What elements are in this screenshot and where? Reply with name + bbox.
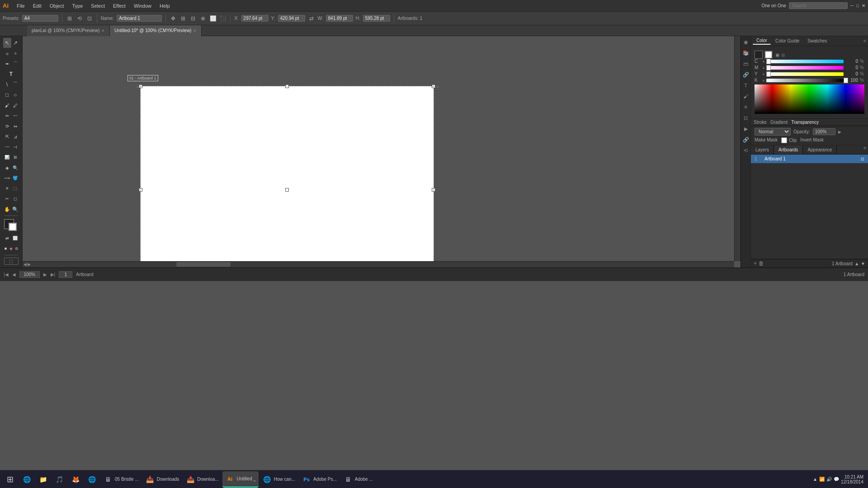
tab-plan-close[interactable]: ✕ bbox=[101, 28, 105, 33]
properties-icon[interactable]: ◉ bbox=[742, 38, 750, 46]
tab-untitled[interactable]: Untitled-10* @ 100% (CMYK/Preview) ✕ bbox=[110, 25, 202, 36]
move-icon[interactable]: ✥ bbox=[170, 15, 177, 22]
artboards-list[interactable]: 1 Artboard 1 ⊡ bbox=[751, 155, 868, 259]
minimize-button[interactable]: ─ bbox=[850, 3, 854, 8]
slice-tool[interactable]: ✂ bbox=[3, 194, 11, 204]
blend-tool[interactable]: ⟿ bbox=[3, 173, 11, 183]
ellipse-tool[interactable]: ○ bbox=[11, 90, 19, 100]
action-icon[interactable]: ▶ bbox=[742, 125, 750, 133]
eyedropper-tool[interactable]: 🔍 bbox=[11, 163, 19, 173]
taskbar-ie[interactable]: 🌐 bbox=[19, 471, 34, 488]
k-thumb[interactable] bbox=[844, 78, 848, 83]
draw-mode[interactable]: ⬚ bbox=[4, 258, 19, 265]
artboard-tool[interactable]: ⬚ bbox=[11, 183, 19, 193]
grid-icon[interactable]: ⊞ bbox=[179, 15, 187, 22]
menu-select[interactable]: Select bbox=[87, 2, 108, 9]
artboard-target-icon[interactable]: ⊡ bbox=[861, 157, 864, 161]
up-arrow-btn[interactable]: ▲ bbox=[854, 261, 859, 266]
c-slider[interactable] bbox=[766, 60, 844, 63]
symbol-sprayer[interactable]: ✳ bbox=[3, 183, 11, 193]
link-icon[interactable]: ⇄ bbox=[308, 15, 315, 22]
shear-tool[interactable]: ⊿ bbox=[11, 131, 19, 141]
align-icon[interactable]: ⊞ bbox=[66, 15, 73, 22]
taskbar-firefox[interactable]: 🦊 bbox=[68, 471, 83, 488]
close-button[interactable]: ✕ bbox=[862, 3, 865, 8]
type-tool[interactable]: T bbox=[3, 69, 19, 79]
taskbar-downloads[interactable]: 📥 Downloads bbox=[142, 471, 182, 488]
next-page-btn[interactable]: ▶ bbox=[43, 272, 47, 277]
stroke-color-swatch[interactable] bbox=[764, 51, 773, 59]
menu-object[interactable]: Object bbox=[46, 2, 68, 9]
artboard-item-1[interactable]: 1 Artboard 1 ⊡ bbox=[751, 155, 868, 163]
tab-color[interactable]: Color bbox=[753, 37, 771, 45]
type-icon[interactable]: T bbox=[742, 81, 750, 89]
w-input[interactable] bbox=[326, 15, 353, 22]
link2-icon[interactable]: 🔗 bbox=[742, 136, 750, 144]
preset-dropdown[interactable] bbox=[22, 15, 58, 22]
menu-window[interactable]: Window bbox=[130, 2, 155, 9]
grad-fill[interactable]: ◈ bbox=[9, 244, 14, 253]
nav-arrow-right[interactable]: ▶ bbox=[28, 262, 31, 267]
delete-artboard-btn[interactable]: 🗑 bbox=[759, 260, 764, 267]
tab-untitled-close[interactable]: ✕ bbox=[193, 28, 197, 33]
vertical-scrollbar[interactable] bbox=[734, 36, 741, 261]
libraries-icon[interactable]: 📚 bbox=[742, 49, 750, 57]
menu-help[interactable]: Help bbox=[156, 2, 174, 9]
width-tool[interactable]: ⊣ bbox=[11, 142, 19, 152]
assets-icon[interactable]: 🗃 bbox=[742, 60, 750, 68]
tab-plan[interactable]: planLai @ 100% (CMYK/Preview) ✕ bbox=[27, 25, 110, 36]
x-input[interactable] bbox=[241, 15, 269, 22]
m-slider[interactable] bbox=[766, 66, 844, 70]
brush-icon[interactable]: 🖌 bbox=[742, 92, 750, 100]
y-thumb[interactable] bbox=[766, 71, 771, 77]
menu-type[interactable]: Type bbox=[69, 2, 87, 9]
taskbar-media[interactable]: 🎵 bbox=[52, 471, 67, 488]
k-slider[interactable] bbox=[766, 79, 844, 82]
transparency-tab[interactable]: Transparency bbox=[791, 120, 819, 125]
taskbar-photoshop[interactable]: Ps Adobe Ps... bbox=[299, 471, 340, 488]
layers-tab[interactable]: Layers bbox=[751, 145, 774, 154]
reflect-tool[interactable]: ⇔ bbox=[11, 121, 19, 131]
taskbar-chrome[interactable]: 🌐 bbox=[84, 471, 99, 488]
opacity-input[interactable] bbox=[813, 128, 835, 135]
expand-icon[interactable]: ⊡ bbox=[86, 15, 93, 22]
stroke-swatch[interactable] bbox=[9, 223, 17, 231]
first-page-btn[interactable]: |◀ bbox=[4, 272, 9, 277]
curvature-tool[interactable]: ⌒ bbox=[11, 59, 19, 69]
y-slider[interactable] bbox=[766, 72, 844, 76]
pen-tool[interactable]: ✒ bbox=[3, 59, 11, 69]
m-thumb[interactable] bbox=[766, 65, 771, 70]
appearance-tab[interactable]: Appearance bbox=[803, 145, 837, 154]
maximize-button[interactable]: □ bbox=[856, 3, 859, 8]
blob-brush-tool[interactable]: 🖊 bbox=[11, 100, 19, 110]
tab-swatches[interactable]: Swatches bbox=[804, 38, 830, 44]
rotate-tool[interactable]: ⟳ bbox=[3, 121, 11, 131]
live-paint-tool[interactable]: 🪣 bbox=[11, 173, 19, 183]
page-input[interactable] bbox=[59, 271, 72, 278]
scale-tool[interactable]: ⇱ bbox=[3, 131, 11, 141]
lasso-tool[interactable]: ⌾ bbox=[3, 48, 11, 58]
invert-mask-link[interactable]: Invert Mask bbox=[800, 137, 824, 143]
make-mask-link[interactable]: Make Mask bbox=[755, 137, 778, 143]
prev-page-btn[interactable]: ◀ bbox=[12, 272, 16, 277]
add-artboard-btn[interactable]: + bbox=[754, 260, 757, 267]
menu-file[interactable]: File bbox=[13, 2, 28, 9]
gradient-tab[interactable]: Gradient bbox=[770, 120, 788, 125]
chain-icon[interactable]: ▶ bbox=[838, 130, 841, 134]
taskbar-explorer[interactable]: 📁 bbox=[35, 471, 51, 488]
arc-tool[interactable]: ⌒ bbox=[11, 80, 19, 89]
portrait-icon[interactable]: ⬜ bbox=[209, 15, 217, 22]
show-hidden-icon[interactable]: ▲ bbox=[813, 477, 817, 482]
transform-icon[interactable]: ⟲ bbox=[76, 15, 83, 22]
c-thumb[interactable] bbox=[766, 59, 771, 64]
transform2-icon[interactable]: ⟲ bbox=[742, 146, 750, 155]
h-input[interactable] bbox=[363, 15, 390, 22]
magic-wand-tool[interactable]: ✧ bbox=[11, 48, 19, 58]
taskbar-illustrator[interactable]: Ai Untitled _ bbox=[222, 471, 259, 488]
artboard-name-input[interactable] bbox=[117, 15, 162, 22]
options-icon[interactable]: ⊕ bbox=[199, 15, 207, 22]
color-gradient[interactable] bbox=[755, 84, 864, 114]
landscape-icon[interactable]: ⬛ bbox=[219, 15, 226, 22]
clip-checkbox[interactable] bbox=[781, 137, 787, 143]
artboards-tab[interactable]: Artboards bbox=[774, 145, 803, 154]
